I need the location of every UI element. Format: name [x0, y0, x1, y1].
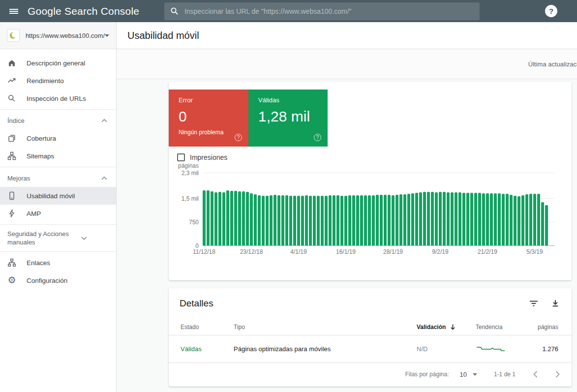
chart-bar[interactable]: [266, 196, 269, 245]
chart-bar[interactable]: [325, 196, 328, 245]
chart-bar[interactable]: [380, 195, 383, 245]
menu-icon[interactable]: [0, 8, 28, 15]
chart-bar[interactable]: [462, 193, 465, 245]
chart-bar[interactable]: [451, 192, 454, 245]
chart-bar[interactable]: [525, 194, 528, 245]
chart-bar[interactable]: [301, 196, 304, 245]
chart-bar[interactable]: [423, 192, 426, 245]
chart-bar[interactable]: [238, 191, 241, 245]
chart-bar[interactable]: [344, 196, 347, 245]
url-inspect-input[interactable]: [184, 7, 474, 15]
chart-bar[interactable]: [273, 195, 276, 245]
sidebar-item-overview[interactable]: Descripción general: [0, 54, 116, 72]
chart-bar[interactable]: [348, 195, 351, 245]
chart-bar[interactable]: [514, 196, 516, 245]
chart-bar[interactable]: [360, 195, 363, 245]
chart-bar[interactable]: [246, 192, 249, 245]
chart-bar[interactable]: [352, 195, 355, 245]
chart-bar[interactable]: [447, 192, 450, 245]
chart-bar[interactable]: [399, 194, 402, 245]
chart-bar[interactable]: [529, 194, 532, 245]
chart-bar[interactable]: [498, 193, 501, 245]
chart-bar[interactable]: [510, 195, 513, 245]
chart-bar[interactable]: [207, 190, 210, 245]
chart-bar[interactable]: [254, 194, 257, 245]
sidebar-item-sitemaps[interactable]: Sitemaps: [0, 147, 116, 165]
chart-bar[interactable]: [289, 196, 292, 245]
chart-bar[interactable]: [466, 193, 469, 245]
impressions-toggle[interactable]: Impresiones: [177, 153, 572, 161]
chart-bar[interactable]: [368, 195, 371, 245]
chart-bar[interactable]: [482, 193, 485, 245]
chart-bar[interactable]: [392, 195, 395, 245]
chart-bar[interactable]: [506, 194, 509, 245]
filter-icon[interactable]: [529, 300, 538, 307]
chart-bar[interactable]: [372, 195, 375, 245]
table-row[interactable]: Válidas Páginas optimizadas para móviles…: [169, 335, 572, 363]
chart-bar[interactable]: [222, 192, 225, 245]
chart-bar[interactable]: [407, 194, 410, 245]
chart-bar[interactable]: [226, 190, 229, 245]
chart-bar[interactable]: [317, 196, 320, 245]
chart-bar[interactable]: [494, 193, 497, 245]
chart-bar[interactable]: [270, 195, 273, 245]
chart-bar[interactable]: [517, 196, 520, 245]
help-circle-icon[interactable]: ?: [235, 134, 242, 141]
sidebar-section-security[interactable]: Seguridad y Acciones manuales: [0, 227, 116, 249]
chart-bar[interactable]: [313, 196, 316, 245]
chart-bar[interactable]: [541, 202, 544, 245]
chart-bar[interactable]: [521, 195, 524, 245]
chart-bar[interactable]: [545, 205, 548, 245]
chart-bar[interactable]: [415, 193, 418, 245]
chart-bar[interactable]: [455, 192, 457, 245]
next-page-button[interactable]: [555, 371, 560, 378]
chart-bar[interactable]: [388, 195, 391, 245]
chart-bar[interactable]: [435, 192, 438, 245]
chart-bar[interactable]: [277, 195, 280, 245]
chart-bar[interactable]: [443, 192, 446, 245]
chart-bar[interactable]: [297, 196, 300, 245]
chart-bar[interactable]: [502, 194, 505, 245]
sidebar-item-links[interactable]: Enlaces: [0, 254, 116, 271]
chart-bar[interactable]: [403, 194, 406, 245]
chart-bar[interactable]: [218, 192, 221, 245]
chart-bar[interactable]: [214, 192, 217, 245]
chart-bar[interactable]: [258, 195, 261, 245]
sidebar-section-enhancements[interactable]: Mejoras: [0, 169, 116, 187]
url-inspect-searchbox[interactable]: [164, 2, 480, 20]
chart-bar[interactable]: [458, 192, 461, 245]
chart-bar[interactable]: [470, 193, 473, 245]
chart-bar[interactable]: [364, 195, 367, 245]
download-icon[interactable]: [551, 299, 560, 308]
sidebar-item-url-inspection[interactable]: Inspección de URLs: [0, 90, 116, 107]
chart-bar[interactable]: [309, 196, 312, 245]
chart-bar[interactable]: [242, 191, 245, 245]
chart-bar[interactable]: [336, 195, 339, 245]
chart-bar[interactable]: [533, 194, 536, 245]
chart-bar[interactable]: [340, 196, 343, 245]
col-validacion-sort[interactable]: Validación: [402, 324, 476, 331]
chart-bar[interactable]: [376, 195, 379, 245]
chart-bar[interactable]: [329, 195, 332, 245]
chart-bar[interactable]: [250, 193, 253, 245]
prev-page-button[interactable]: [533, 371, 538, 378]
chart-bar[interactable]: [474, 193, 477, 245]
help-icon[interactable]: ?: [545, 5, 557, 17]
error-summary-card[interactable]: Error 0 Ningún problema ?: [169, 90, 248, 147]
chart-bar[interactable]: [285, 195, 288, 245]
chart-bar[interactable]: [395, 195, 398, 245]
chart-bar[interactable]: [478, 193, 481, 245]
chart-bar[interactable]: [293, 196, 296, 245]
chart-bar[interactable]: [211, 191, 213, 245]
chart-bar[interactable]: [356, 195, 359, 245]
valid-summary-card[interactable]: Válidas 1,28 mil ?: [248, 90, 328, 147]
sidebar-item-coverage[interactable]: Cobertura: [0, 129, 116, 147]
sidebar-item-amp[interactable]: AMP: [0, 205, 116, 222]
chart-bar[interactable]: [431, 192, 434, 245]
chart-bar[interactable]: [439, 192, 442, 245]
sidebar-item-performance[interactable]: Rendimiento: [0, 72, 116, 90]
chart-bar[interactable]: [490, 193, 493, 245]
sidebar-section-index[interactable]: Índice: [0, 112, 116, 129]
chart-bar[interactable]: [262, 196, 265, 245]
property-selector[interactable]: https://www.websa100.com/: [0, 22, 116, 49]
